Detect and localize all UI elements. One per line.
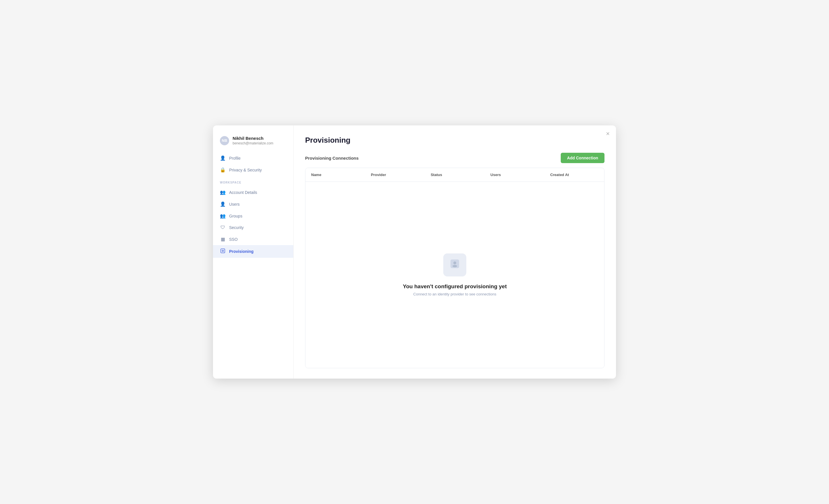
sidebar: NB Nikhil Benesch benesch@materialize.co…	[213, 125, 294, 379]
sidebar-item-profile-label: Profile	[229, 156, 241, 160]
workspace-label: WORKSPACE	[213, 176, 293, 186]
col-status: Status	[425, 168, 485, 182]
provisioning-icon	[220, 248, 226, 255]
main-content: Provisioning Provisioning Connections Ad…	[294, 125, 616, 379]
col-users: Users	[485, 168, 545, 182]
empty-icon-wrap	[443, 254, 466, 276]
lock-icon: 🔒	[220, 167, 226, 172]
page-title: Provisioning	[305, 136, 605, 145]
personal-nav: 👤 Profile 🔒 Privacy & Security	[213, 152, 293, 176]
shield-icon: 🛡	[220, 225, 226, 230]
sidebar-item-users-label: Users	[229, 202, 240, 206]
sidebar-item-sso-label: SSO	[229, 237, 238, 242]
table-header: Name Provider Status Users Created At	[305, 168, 604, 182]
empty-state-icon	[449, 258, 460, 272]
empty-title: You haven't configured provisioning yet	[403, 283, 507, 290]
avatar: NB	[220, 136, 229, 145]
users-icon: 👤	[220, 201, 226, 207]
col-created-at: Created At	[544, 168, 604, 182]
sso-icon: ▦	[220, 236, 226, 242]
section-header: Provisioning Connections Add Connection	[305, 153, 605, 163]
user-info: Nikhil Benesch benesch@materialize.com	[232, 136, 274, 145]
svg-point-3	[454, 262, 456, 264]
col-provider: Provider	[365, 168, 425, 182]
workspace-nav: 👥 Account Details 👤 Users 👥 Groups 🛡 Sec…	[213, 186, 293, 258]
provisioning-table: Name Provider Status Users Created At	[305, 168, 605, 368]
table-body-empty: You haven't configured provisioning yet …	[305, 182, 604, 368]
svg-point-4	[453, 265, 457, 267]
user-name: Nikhil Benesch	[232, 136, 274, 141]
sidebar-item-privacy-label: Privacy & Security	[229, 168, 262, 172]
groups-icon: 👥	[220, 213, 226, 219]
col-name: Name	[305, 168, 365, 182]
sidebar-item-sso[interactable]: ▦ SSO	[213, 233, 293, 245]
section-title: Provisioning Connections	[305, 156, 359, 160]
svg-rect-0	[221, 249, 225, 253]
sidebar-item-users[interactable]: 👤 Users	[213, 198, 293, 210]
modal: × NB Nikhil Benesch benesch@materialize.…	[213, 125, 616, 379]
empty-subtitle: Connect to an identity provider to see c…	[413, 292, 496, 296]
sidebar-item-groups[interactable]: 👥 Groups	[213, 210, 293, 222]
sidebar-item-account-details[interactable]: 👥 Account Details	[213, 186, 293, 198]
sidebar-item-privacy-security[interactable]: 🔒 Privacy & Security	[213, 164, 293, 176]
add-connection-button[interactable]: Add Connection	[561, 153, 605, 163]
sidebar-item-account-label: Account Details	[229, 190, 257, 195]
close-button[interactable]: ×	[606, 130, 610, 137]
account-details-icon: 👥	[220, 190, 226, 195]
sidebar-item-security[interactable]: 🛡 Security	[213, 222, 293, 233]
sidebar-item-security-label: Security	[229, 225, 244, 230]
sidebar-item-provisioning-label: Provisioning	[229, 249, 254, 254]
sidebar-item-groups-label: Groups	[229, 214, 242, 218]
user-email: benesch@materialize.com	[232, 141, 274, 145]
sidebar-item-provisioning[interactable]: Provisioning	[213, 245, 293, 258]
sidebar-item-profile[interactable]: 👤 Profile	[213, 152, 293, 164]
profile-icon: 👤	[220, 155, 226, 161]
user-header: NB Nikhil Benesch benesch@materialize.co…	[213, 136, 293, 152]
svg-point-1	[222, 250, 224, 252]
